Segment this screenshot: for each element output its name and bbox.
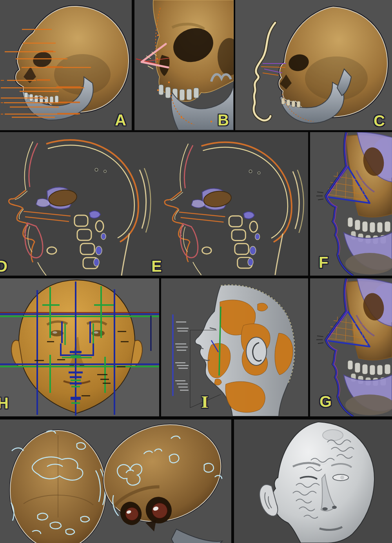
panel-label-b: B [218,112,229,128]
panel-f: F [310,132,392,276]
panel-de: D E [0,132,308,276]
sagittal-tracings [0,132,308,276]
lateral-skull-annotated-render [0,0,132,130]
panel-g: G [310,278,392,416]
contoured-skulls-render [0,420,231,543]
panel-i: I [161,278,308,416]
panel-label-h: H [0,395,9,411]
profile-face-deviation-render [161,278,308,416]
panel-label-f: F [319,254,328,270]
annotation-text-marks [175,321,189,391]
panel-h: H [0,278,159,416]
frontal-face-measurement-render [0,278,159,416]
panel-label-g: G [319,394,332,409]
panel-a: A [0,0,132,130]
tracing-e [165,142,304,275]
sculpted-face-render [234,420,392,543]
panel-c: C [235,0,392,130]
panel-b: B [134,0,234,130]
reconstruction-figure: A [0,0,392,543]
panel-k [234,420,392,543]
maxilla-closeup-render [134,0,234,130]
tracing-d [9,140,151,276]
panel-label-d: D [0,258,7,274]
vertex-skull [10,430,106,543]
panel-label-a: A [115,112,126,128]
tilted-skull-with-eyes [91,420,231,543]
lateral-skull-profile-render [235,0,392,130]
ear [246,337,267,365]
panel-label-e: E [151,258,162,274]
panel-j [0,420,231,543]
soft-tissue-profile-line [254,23,275,120]
panel-label-c: C [374,113,385,129]
panel-label-i: I [201,394,209,410]
